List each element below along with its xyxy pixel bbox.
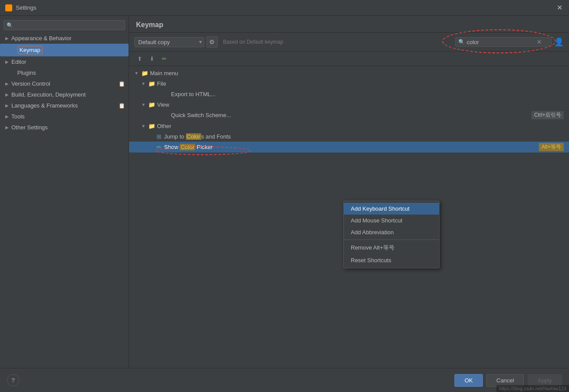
sidebar-label-langs: Languages & Frameworks <box>11 102 78 109</box>
tree-label-main-menu: Main menu <box>150 70 564 76</box>
sidebar-label-keymap: Keymap <box>17 46 43 54</box>
tree-item-other[interactable]: ▼ 📁 Other <box>129 121 569 131</box>
tree-arrow-picker <box>148 145 154 149</box>
add-abbreviation-label: Add Abbreviation <box>351 229 394 236</box>
based-on-label: Based on Default keymap <box>223 39 283 45</box>
item-icon-export <box>162 90 169 97</box>
edit-button[interactable]: ✏ <box>159 53 169 64</box>
keymap-select-wrapper: Default copy ▼ <box>134 37 203 47</box>
tree-item-file[interactable]: ▼ 📁 File <box>129 78 569 89</box>
sidebar-item-editor[interactable]: ▶ Editor <box>0 56 129 67</box>
help-button[interactable]: ? <box>7 374 19 386</box>
tree-item-main-menu[interactable]: ▼ 📁 Main menu <box>129 68 569 78</box>
title-bar: Settings ✕ <box>0 0 569 16</box>
tree-arrow-main-menu: ▼ <box>134 71 140 76</box>
context-menu-separator <box>344 239 439 240</box>
sidebar-item-plugins[interactable]: Plugins <box>0 67 129 78</box>
tree-arrow-jump <box>148 134 154 139</box>
expand-all-button[interactable]: ⬇ <box>147 53 157 64</box>
context-menu-item-add-mouse[interactable]: Add Mouse Shortcut <box>344 215 439 226</box>
gear-icon: ⚙ <box>209 38 215 45</box>
keymap-select[interactable]: Default copy <box>134 37 204 47</box>
add-mouse-label: Add Mouse Shortcut <box>351 217 402 224</box>
sidebar: 🔍 ▶ Appearance & Behavior Keymap ▶ Edito… <box>0 16 129 368</box>
grid-icon-jump: ⊞ <box>155 133 162 140</box>
context-menu-item-reset[interactable]: Reset Shortcuts <box>344 254 439 266</box>
edit-icon-picker: ✏ <box>155 144 162 151</box>
tree-label-view: View <box>157 101 564 108</box>
expand-all-icon: ⬇ <box>150 56 154 62</box>
sidebar-search-bar: 🔍 <box>0 17 129 33</box>
main-container: 🔍 ▶ Appearance & Behavior Keymap ▶ Edito… <box>0 16 569 368</box>
context-menu-item-remove[interactable]: Remove Alt+等号 <box>344 241 439 254</box>
tree-label-quick-switch: Quick Switch Scheme... <box>171 112 531 118</box>
tree-arrow-other: ▼ <box>141 124 147 128</box>
search-icon: 🔍 <box>458 39 465 45</box>
collapse-all-icon: ⬆ <box>137 56 142 62</box>
sidebar-item-version-control[interactable]: ▶ Version Control 📋 <box>0 78 129 89</box>
person-icon[interactable]: 👤 <box>554 37 564 47</box>
sidebar-arrow-appearance: ▶ <box>5 36 9 41</box>
sidebar-arrow-keymap <box>12 48 15 52</box>
shortcut-picker: Alt+等号 <box>539 143 564 151</box>
context-menu-item-add-keyboard[interactable]: Add Keyboard Shortcut <box>344 203 439 215</box>
folder-icon-main-menu: 📁 <box>141 69 148 76</box>
context-menu: Add Keyboard Shortcut Add Mouse Shortcut… <box>343 201 440 268</box>
tree-label-picker: Show Color Picker <box>164 144 539 150</box>
search-right: 🔍 ✕ 👤 <box>455 37 564 47</box>
close-button[interactable]: ✕ <box>555 3 564 12</box>
sidebar-item-languages[interactable]: ▶ Languages & Frameworks 📋 <box>0 100 129 111</box>
sidebar-arrow-langs: ▶ <box>5 103 9 108</box>
sidebar-search-icon: 🔍 <box>7 22 13 28</box>
tree-arrow-file: ▼ <box>141 81 147 86</box>
keymap-search-wrapper[interactable]: 🔍 ✕ <box>455 37 552 47</box>
page-title: Keymap <box>136 21 163 28</box>
sidebar-label-appearance: Appearance & Behavior <box>11 35 71 42</box>
tree-item-export-html[interactable]: Export to HTML... <box>129 89 569 99</box>
collapse-all-button[interactable]: ⬆ <box>134 53 145 64</box>
item-icon-quick-switch <box>162 112 169 119</box>
tree-label-export: Export to HTML... <box>171 91 564 97</box>
remove-label: Remove Alt+等号 <box>351 244 394 252</box>
ok-button[interactable]: OK <box>454 374 483 387</box>
sidebar-arrow-plugins <box>12 70 15 75</box>
sidebar-search-input[interactable] <box>15 22 122 28</box>
tree-area: ▼ 📁 Main menu ▼ 📁 File Export to HTML...… <box>129 66 569 368</box>
help-icon: ? <box>11 377 15 384</box>
reset-label: Reset Shortcuts <box>351 257 391 264</box>
tree-label-file: File <box>157 80 564 87</box>
sidebar-label-editor: Editor <box>11 59 26 65</box>
sidebar-arrow-editor: ▶ <box>5 59 9 64</box>
tree-label-other: Other <box>157 123 564 129</box>
folder-icon-view: 📁 <box>148 101 155 108</box>
tree-item-jump-colors[interactable]: ⊞ Jump to Colors and Fonts <box>129 131 569 142</box>
context-menu-item-add-abbreviation[interactable]: Add Abbreviation <box>344 226 439 238</box>
keymap-search-input[interactable] <box>467 39 537 45</box>
content-header: Keymap <box>129 16 569 33</box>
search-wrapper-container: 🔍 ✕ <box>455 37 552 47</box>
edit-icon: ✏ <box>162 56 167 62</box>
watermark: https://blog.csdn.net/htwhtw123 <box>496 385 569 392</box>
sidebar-item-build[interactable]: ▶ Build, Execution, Deployment <box>0 89 129 100</box>
sidebar-search-wrapper[interactable]: 🔍 <box>3 20 125 30</box>
content-area: Keymap Default copy ▼ ⚙ Based on Default… <box>129 16 569 368</box>
tree-item-show-color-picker[interactable]: ✏ Show Color Picker Alt+等号 <box>129 142 569 153</box>
sidebar-label-plugins: Plugins <box>17 69 36 76</box>
sidebar-label-other-settings: Other Settings <box>11 124 48 131</box>
sidebar-item-other-settings[interactable]: ▶ Other Settings <box>0 122 129 133</box>
search-clear-icon[interactable]: ✕ <box>537 38 542 45</box>
keymap-actions: ⬆ ⬇ ✏ <box>129 52 569 66</box>
tree-item-quick-switch[interactable]: Quick Switch Scheme... Ctrl+后引号 <box>129 110 569 121</box>
sidebar-item-appearance[interactable]: ▶ Appearance & Behavior <box>0 33 129 44</box>
tree-arrow-quick-switch <box>155 113 161 118</box>
sidebar-label-tools: Tools <box>11 113 24 120</box>
gear-button[interactable]: ⚙ <box>206 36 218 48</box>
app-icon <box>5 4 12 11</box>
sidebar-arrow-tools: ▶ <box>5 114 9 119</box>
sidebar-item-keymap[interactable]: Keymap <box>0 44 129 56</box>
sidebar-arrow-vc: ▶ <box>5 81 9 86</box>
sidebar-item-tools[interactable]: ▶ Tools <box>0 111 129 122</box>
tree-item-view[interactable]: ▼ 📁 View <box>129 99 569 110</box>
shortcut-quick-switch: Ctrl+后引号 <box>531 111 564 119</box>
sidebar-arrow-build: ▶ <box>5 92 9 97</box>
